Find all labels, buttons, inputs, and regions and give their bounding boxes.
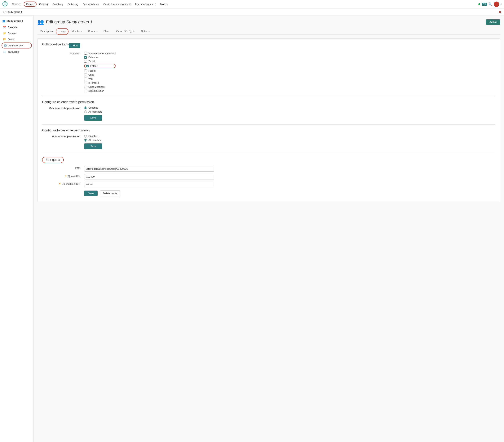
- tab-share[interactable]: Share: [101, 28, 113, 35]
- radio-coaches-calendar-input[interactable]: [84, 107, 87, 109]
- save-folder-button[interactable]: Save: [84, 144, 102, 149]
- save-calendar-button[interactable]: Save: [84, 115, 102, 121]
- page-header: 👥 Edit group Study group 1 Active: [37, 19, 500, 25]
- radio-all-members-folder[interactable]: All members: [84, 139, 102, 142]
- user-menu-chevron[interactable]: ▾: [501, 3, 502, 5]
- nav-courses[interactable]: Courses: [10, 2, 23, 6]
- tab-courses[interactable]: Courses: [85, 28, 101, 35]
- checkbox-folder-input[interactable]: [86, 65, 89, 67]
- avatar[interactable]: [494, 1, 499, 7]
- quota-kb-row: ✦ Quota (KB): [42, 174, 495, 180]
- nav-user-management[interactable]: User management: [133, 2, 158, 6]
- checkbox-email-input[interactable]: [84, 60, 87, 63]
- checkbox-wiki[interactable]: Wiki: [84, 77, 116, 80]
- svg-point-0: [495, 2, 498, 5]
- quota-kb-input[interactable]: [84, 174, 214, 180]
- folder-permission-controls: Coaches All members Save: [84, 135, 102, 149]
- app-logo[interactable]: [2, 1, 8, 7]
- top-navigation: Courses Groups Catalog Coaching Authorin…: [0, 0, 504, 8]
- calendar-icon: 📅: [3, 26, 6, 29]
- page-title: Edit group Study group 1: [46, 19, 92, 24]
- sidebar-item-folder[interactable]: 📂 Folder: [0, 36, 33, 42]
- radio-all-members-folder-input[interactable]: [84, 139, 87, 142]
- tab-options[interactable]: Options: [138, 28, 153, 35]
- collaborative-tools-section: Collaborative tools ? Help Selection Inf…: [37, 38, 500, 202]
- tab-tools[interactable]: Tools: [56, 28, 69, 35]
- quota-actions-row: Save Delete quota: [42, 190, 495, 196]
- checkbox-openmeetings[interactable]: OpenMeetings: [84, 85, 116, 88]
- nav-authoring[interactable]: Authoring: [66, 2, 80, 6]
- sidebar-item-course[interactable]: 📁 Course: [0, 30, 33, 36]
- quota-path-row: Path: [42, 166, 495, 172]
- required-star-upload: ✦: [59, 182, 61, 185]
- checkbox-forum-input[interactable]: [84, 70, 87, 72]
- help-button[interactable]: ? Help: [69, 43, 80, 48]
- main-layout: 👥 Study group 1 📅 Calendar 📁 Course 📂 Fo…: [0, 16, 504, 442]
- checkbox-information[interactable]: Information for members: [84, 52, 116, 55]
- search-icon[interactable]: 🔍: [488, 2, 492, 6]
- invitations-icon: ✉️: [3, 50, 6, 53]
- delete-quota-button[interactable]: Delete quota: [100, 190, 120, 196]
- checkbox-bigbluebutton-input[interactable]: [84, 90, 87, 92]
- checkbox-folder[interactable]: Folder: [84, 64, 116, 68]
- sidebar-item-invitations[interactable]: ✉️ Invitations: [0, 49, 33, 55]
- upload-limit-label: ✦ Upload limit (KB): [42, 182, 84, 185]
- folder-permission-label: Folder write permission: [42, 135, 84, 138]
- quota-path-input[interactable]: [84, 166, 214, 172]
- nav-coaching[interactable]: Coaching: [51, 2, 65, 6]
- radio-all-members-calendar-input[interactable]: [84, 110, 87, 113]
- checkbox-chat[interactable]: Chat: [84, 73, 116, 76]
- upload-limit-input[interactable]: [84, 182, 214, 187]
- save-quota-button[interactable]: Save: [84, 191, 98, 196]
- radio-coaches-calendar[interactable]: Coaches: [84, 106, 102, 109]
- folder-permission-row: Folder write permission Coaches All memb…: [42, 135, 495, 149]
- administration-icon: ⚙️: [4, 44, 7, 47]
- tab-members[interactable]: Members: [69, 28, 85, 35]
- close-button[interactable]: ✕: [498, 10, 501, 14]
- course-icon: 📁: [3, 32, 6, 35]
- quota-path-label: Path: [42, 166, 84, 169]
- radio-coaches-folder[interactable]: Coaches: [84, 135, 102, 137]
- calendar-permission-controls: Coaches All members Save: [84, 106, 102, 121]
- tab-group-life-cycle[interactable]: Group Life Cycle: [113, 28, 138, 35]
- nav-catalog[interactable]: Catalog: [37, 2, 50, 6]
- nav-more[interactable]: More ▾: [158, 2, 170, 6]
- nav-right-controls: 0/0 🔍 ▾: [478, 1, 502, 7]
- sidebar: 👥 Study group 1 📅 Calendar 📁 Course 📂 Fo…: [0, 16, 34, 442]
- tab-description[interactable]: Description: [37, 28, 56, 35]
- calendar-permission-label: Calendar write permission: [42, 106, 84, 110]
- svg-point-1: [495, 5, 498, 7]
- status-badge: Active: [486, 19, 500, 25]
- help-icon: ?: [71, 44, 72, 47]
- checkbox-email[interactable]: E-mail: [84, 60, 116, 63]
- user-counter[interactable]: 0/0: [482, 3, 487, 6]
- checkbox-forum[interactable]: Forum: [84, 69, 116, 72]
- nav-curriculum[interactable]: Curriculum management: [101, 2, 132, 6]
- sidebar-item-calendar[interactable]: 📅 Calendar: [0, 24, 33, 30]
- radio-all-members-calendar[interactable]: All members: [84, 110, 102, 113]
- quota-kb-label: ✦ Quota (KB): [42, 174, 84, 178]
- tabs-bar: Description Tools Members Courses Share …: [37, 28, 500, 35]
- upload-limit-row: ✦ Upload limit (KB): [42, 182, 495, 187]
- sidebar-item-administration[interactable]: ⚙️ Administration: [1, 42, 32, 48]
- checkbox-eportfolio[interactable]: ePortfolio: [84, 81, 116, 84]
- radio-coaches-folder-input[interactable]: [84, 135, 87, 137]
- checkbox-wiki-input[interactable]: [84, 77, 87, 80]
- checkbox-bigbluebutton[interactable]: BigBlueButton: [84, 90, 116, 92]
- sidebar-group-title[interactable]: 👥 Study group 1: [0, 18, 33, 24]
- main-content: 👥 Edit group Study group 1 Active Descri…: [34, 16, 504, 442]
- checkbox-calendar-input[interactable]: [84, 56, 87, 59]
- nav-groups[interactable]: Groups: [24, 1, 36, 7]
- calendar-permission-row: Calendar write permission Coaches All me…: [42, 106, 495, 121]
- checkbox-openmeetings-input[interactable]: [84, 86, 87, 88]
- checkbox-chat-input[interactable]: [84, 74, 87, 76]
- checkbox-eportfolio-input[interactable]: [84, 82, 87, 84]
- nav-question-bank[interactable]: Question bank: [81, 2, 101, 6]
- breadcrumb-current: Study group 1: [7, 11, 22, 13]
- checkboxes-container: Information for members Calendar E-mail: [84, 52, 116, 92]
- selection-label: Selection: [42, 52, 84, 55]
- checkbox-calendar[interactable]: Calendar: [84, 56, 116, 59]
- checkbox-information-input[interactable]: [84, 52, 87, 55]
- selection-row: Selection Information for members Calend…: [42, 52, 495, 92]
- back-button[interactable]: ‹: [3, 10, 4, 14]
